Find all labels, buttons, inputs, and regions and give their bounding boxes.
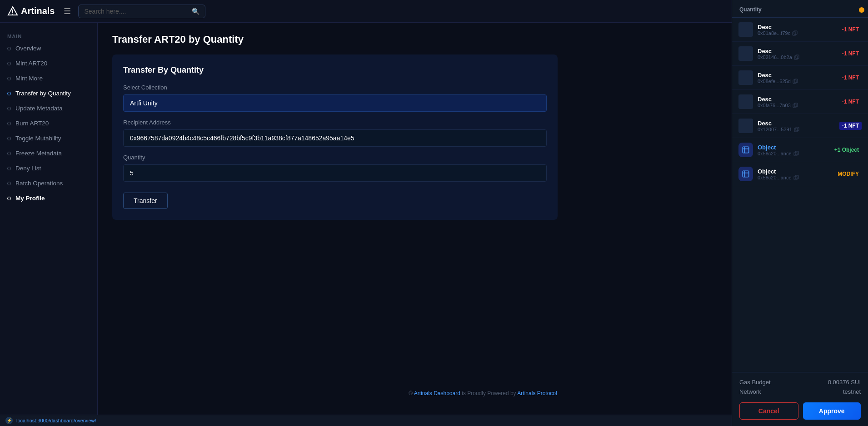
copy-icon-3[interactable]: [793, 79, 798, 84]
sidebar: MAIN Overview Mint ART20 Mint More Trans…: [0, 23, 98, 415]
cancel-button[interactable]: Cancel: [739, 402, 798, 420]
search-icon[interactable]: 🔍: [192, 8, 200, 15]
sidebar-item-burn-art20[interactable]: Burn ART20: [0, 116, 97, 131]
form-card-title: Transfer By Quantity: [123, 65, 547, 75]
tx-name-3: Desc: [758, 72, 835, 79]
tx-icon-box-7: [738, 167, 753, 181]
tx-avatar-4: [738, 94, 753, 109]
tx-info-1: Desc 0x01a8e...f79c: [758, 24, 835, 36]
collection-select[interactable]: Artfi Unity: [123, 94, 547, 112]
tx-item-3: Desc 0x08efe...625d -1 NFT: [732, 66, 868, 90]
sidebar-item-batch-operations[interactable]: Batch Operations: [0, 176, 97, 191]
copy-icon-5[interactable]: [794, 127, 799, 132]
svg-rect-10: [794, 103, 798, 107]
sidebar-dot: [7, 182, 11, 185]
tx-item-4: Desc 0x0fa76...7b03 -1 NFT: [732, 90, 868, 114]
network-label: Network: [739, 388, 761, 395]
menu-icon[interactable]: ☰: [64, 6, 71, 16]
app-logo: Artinals: [7, 6, 55, 17]
tx-addr-3: 0x08efe...625d: [758, 79, 835, 84]
sidebar-dot: [7, 137, 11, 140]
sidebar-item-mint-more[interactable]: Mint More: [0, 71, 97, 86]
footer-link-protocol[interactable]: Artinals Protocol: [517, 390, 557, 396]
collection-group: Select Collection Artfi Unity: [123, 84, 547, 112]
recipient-label: Recipient Address: [123, 119, 547, 126]
sidebar-item-overview[interactable]: Overview: [0, 41, 97, 56]
tx-info-2: Desc 0x02146...0b2a: [758, 48, 835, 60]
sidebar-item-my-profile[interactable]: My Profile: [0, 191, 97, 206]
tx-info-5: Desc 0x12007...5391: [758, 120, 835, 132]
copy-icon-2[interactable]: [794, 54, 799, 60]
svg-rect-4: [794, 31, 797, 35]
tx-avatar-1: [738, 22, 753, 37]
tx-item-7: Object 0x58c20...ance MODIFY: [732, 162, 868, 186]
sidebar-section-main: MAIN: [0, 30, 97, 41]
sidebar-label-update-metadata: Update Metadata: [15, 105, 63, 112]
modal-header-label: Quantity: [739, 6, 762, 13]
sidebar-label-mint-more: Mint More: [15, 75, 43, 82]
quantity-input[interactable]: [123, 164, 547, 182]
tx-info-7: Object 0x58c20...ance: [758, 168, 830, 180]
footer-link-dashboard[interactable]: Artinals Dashboard: [414, 390, 460, 396]
tx-avatar-3: [738, 70, 753, 85]
sidebar-dot: [7, 197, 11, 200]
sidebar-item-toggle-mutability[interactable]: Toggle Mutability: [0, 131, 97, 146]
transfer-form-card: Transfer By Quantity Select Collection A…: [112, 54, 558, 220]
tx-info-6: Object 0x58c20...ance: [758, 144, 827, 156]
sidebar-item-freeze-metadata[interactable]: Freeze Metadata: [0, 146, 97, 161]
sidebar-item-deny-list[interactable]: Deny List: [0, 161, 97, 176]
sidebar-label-overview: Overview: [15, 45, 41, 52]
sidebar-dot-active: [7, 92, 11, 95]
copy-icon-6[interactable]: [793, 151, 799, 156]
search-input[interactable]: [84, 8, 192, 15]
sidebar-label-deny-list: Deny List: [15, 165, 41, 172]
tx-addr-6: 0x58c20...ance: [758, 151, 827, 156]
sidebar-dot: [7, 107, 11, 110]
tx-addr-7: 0x58c20...ance: [758, 175, 830, 180]
recipient-group: Recipient Address: [123, 119, 547, 147]
tx-name-1: Desc: [758, 24, 835, 30]
tx-badge-3: -1 NFT: [839, 74, 862, 82]
tx-addr-2: 0x02146...0b2a: [758, 54, 835, 60]
gas-budget-row: Gas Budget 0.00376 SUI: [739, 379, 861, 386]
sidebar-item-update-metadata[interactable]: Update Metadata: [0, 101, 97, 116]
tx-badge-5: -1 NFT: [839, 122, 862, 130]
tx-info-3: Desc 0x08efe...625d: [758, 72, 835, 84]
object-icon-7: [742, 170, 750, 178]
tx-badge-7: MODIFY: [835, 170, 862, 178]
approve-button[interactable]: Approve: [803, 402, 861, 420]
recipient-input[interactable]: [123, 129, 547, 147]
svg-rect-18: [795, 175, 798, 179]
copy-icon-4[interactable]: [793, 103, 798, 108]
tx-addr-4: 0x0fa76...7b03: [758, 103, 835, 108]
sidebar-item-transfer-quantity[interactable]: Transfer by Quantity: [0, 86, 97, 101]
status-url: localhost:3000/dashboard/overview/: [16, 418, 96, 423]
quantity-label: Quantity: [123, 154, 547, 161]
tx-name-7: Object: [758, 168, 830, 175]
search-bar: 🔍: [78, 5, 205, 18]
tx-avatar-2: [738, 46, 753, 61]
tx-name-4: Desc: [758, 96, 835, 103]
sidebar-label-mint-art20: Mint ART20: [15, 60, 47, 67]
sidebar-dot: [7, 47, 11, 50]
tx-info-4: Desc 0x0fa76...7b03: [758, 96, 835, 108]
tx-name-2: Desc: [758, 48, 835, 54]
svg-point-2: [12, 14, 13, 15]
svg-rect-16: [743, 171, 749, 177]
copy-icon-1[interactable]: [792, 30, 798, 36]
object-icon-6: [742, 146, 750, 154]
modal-header: Quantity: [732, 0, 868, 18]
sidebar-label-freeze-metadata: Freeze Metadata: [15, 150, 62, 157]
network-row: Network testnet: [739, 388, 861, 395]
sidebar-dot: [7, 152, 11, 155]
copy-icon-7[interactable]: [793, 175, 799, 180]
svg-rect-6: [796, 55, 799, 59]
sidebar-dot: [7, 77, 11, 80]
tx-badge-2: -1 NFT: [839, 50, 862, 58]
sidebar-label-batch-operations: Batch Operations: [15, 180, 63, 187]
tx-addr-1: 0x01a8e...f79c: [758, 30, 835, 36]
sidebar-label-my-profile: My Profile: [15, 195, 45, 202]
svg-rect-12: [796, 127, 799, 131]
sidebar-item-mint-art20[interactable]: Mint ART20: [0, 56, 97, 71]
transfer-button[interactable]: Transfer: [123, 193, 168, 209]
